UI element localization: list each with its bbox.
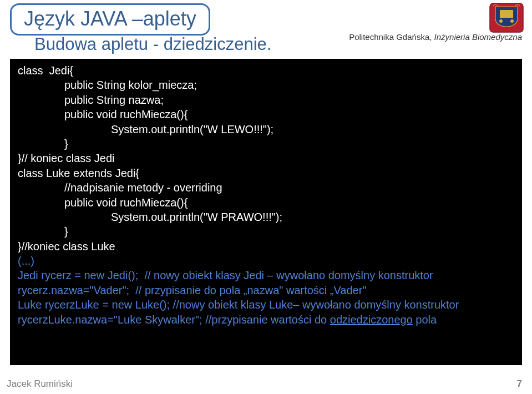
svg-point-2	[499, 19, 503, 23]
code-line: //nadpisanie metody ‑ overriding	[18, 180, 514, 195]
code-line: class Jedi{	[18, 63, 514, 78]
svg-rect-1	[500, 10, 513, 18]
code-text: pola	[413, 314, 437, 326]
slide-title: Język JAVA –aplety	[24, 7, 196, 30]
code-text: rycerzLuke.nazwa="Luke Skywalker"; //prz…	[18, 314, 330, 326]
code-line: Jedi rycerz = new Jedi(); // nowy obiekt…	[18, 268, 514, 282]
code-line: }	[18, 137, 514, 151]
code-line: public String kolor_miecza;	[18, 78, 514, 92]
code-line: public void ruchMiecza(){	[18, 195, 514, 210]
code-line: System.out.println("W PRAWO!!!");	[18, 210, 514, 224]
code-line: rycerzLuke.nazwa="Luke Skywalker"; //prz…	[18, 312, 514, 327]
code-line: Luke rycerzLuke = new Luke(); //nowy obi…	[18, 297, 514, 312]
code-text-underlined: odziedziczonego	[330, 314, 413, 326]
slide-subtitle: Budowa apletu ‑ dziedziczenie.	[34, 34, 271, 54]
svg-point-3	[510, 19, 514, 23]
code-line: public void ruchMiecza(){	[18, 107, 514, 122]
code-line: class Luke extends Jedi{	[18, 166, 514, 180]
code-line: }//koniec class Luke	[18, 239, 514, 254]
institution-name: Politechnika Gdańska,	[349, 32, 434, 42]
code-line: rycerz.nazwa="Vader"; // przypisanie do …	[18, 283, 514, 297]
institution-label: Politechnika Gdańska, Inżynieria Biomedy…	[349, 32, 522, 42]
university-crest-icon	[489, 2, 524, 33]
code-line: System.out.println("W LEWO!!!");	[18, 122, 514, 137]
code-line: }// koniec class Jedi	[18, 151, 514, 165]
slide-title-badge: Język JAVA –aplety	[10, 3, 210, 36]
footer-page-number: 7	[517, 378, 522, 390]
code-line: public String nazwa;	[18, 93, 514, 107]
footer-author: Jacek Rumiński	[7, 378, 73, 390]
code-block: class Jedi{ public String kolor_miecza; …	[10, 59, 522, 365]
institution-dept: Inżynieria Biomedyczna	[434, 32, 522, 42]
code-line: (...)	[18, 254, 514, 268]
code-line: }	[18, 224, 514, 239]
